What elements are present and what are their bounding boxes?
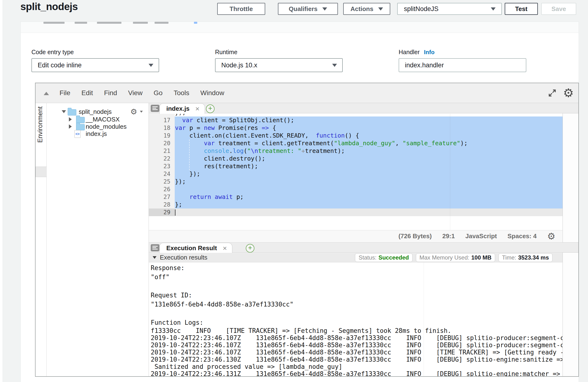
function-log-line: 2019-10-24T22:23:46.107Z 131e865f-6eb4-4… [151, 334, 563, 342]
tree-item-index-js[interactable]: <>index.js [47, 130, 148, 137]
code-line-24[interactable]: 24 }); [149, 170, 563, 178]
tree-item-split-nodejs[interactable]: split_nodejs⚙ [47, 108, 148, 115]
code-line-clipped[interactable]: }); [149, 114, 563, 116]
tree-item--macosx[interactable]: __MACOSX [47, 115, 148, 123]
function-log-line: Sanitized and processed value => [lambda… [151, 363, 563, 370]
menu-item-tools[interactable]: Tools [173, 89, 189, 97]
tree-expand-icon[interactable] [69, 124, 72, 129]
handler-label-row: HandlerInfo [399, 49, 435, 56]
chevron-down-icon [491, 7, 496, 11]
tree-settings-gear-icon[interactable]: ⚙ [130, 108, 137, 115]
code-line-25[interactable]: 25}); [149, 178, 563, 186]
actions-dropdown-button[interactable]: Actions [343, 3, 390, 15]
tab-index-js[interactable]: index.js × [159, 103, 205, 114]
close-icon[interactable]: × [223, 245, 227, 252]
actions-button-label: Actions [350, 5, 373, 13]
handler-input[interactable]: index.handler [399, 58, 526, 72]
qualifiers-dropdown-button[interactable]: Qualifiers [278, 3, 338, 15]
code-editor-area[interactable]: });17 var client = SplitObj.client();18v… [149, 114, 563, 230]
environment-sidebar-tab[interactable]: Environment [36, 103, 46, 376]
code-line-18[interactable]: 18var p = new Promise(res => { [149, 124, 563, 132]
code-line-23[interactable]: 23 res(treatment); [149, 162, 563, 170]
result-output-line: Response: [151, 263, 563, 272]
line-number: 19 [149, 132, 175, 139]
code-line-27[interactable]: 27 return await p; [149, 193, 563, 201]
chevron-down-icon [322, 7, 327, 11]
menu-item-file[interactable]: File [60, 89, 70, 97]
tree-item-label: node_modules [86, 123, 127, 130]
tab-execution-result[interactable]: Execution Result × [159, 243, 232, 253]
folder-icon [76, 124, 85, 130]
code-line-29[interactable]: 29 [149, 209, 563, 216]
function-log-line: 2019-10-24T22:23:46.131Z 131e865f-6eb4-4… [151, 370, 563, 376]
disclosure-triangle-icon[interactable] [153, 256, 156, 259]
menu-item-edit[interactable]: Edit [81, 89, 93, 97]
close-icon[interactable]: × [195, 105, 200, 112]
throttle-button[interactable]: Throttle [217, 3, 265, 15]
tree-collapse-icon[interactable] [62, 110, 66, 113]
code-line-20[interactable]: 20 var treatment = client.getTreatment("… [149, 139, 563, 147]
status-bar-gear-icon[interactable]: ⚙ [547, 231, 555, 242]
line-number: 20 [149, 139, 175, 147]
menu-item-view[interactable]: View [128, 89, 143, 97]
menu-item-window[interactable]: Window [200, 89, 224, 97]
code-entry-type-select[interactable]: Edit code inline [31, 58, 159, 72]
code-line-content: client.destroy(); [175, 155, 563, 162]
tree-expand-icon[interactable] [69, 117, 72, 121]
page-title: split_nodejs [21, 1, 78, 12]
code-line-26[interactable]: 26 [149, 186, 563, 193]
line-number: 29 [149, 209, 175, 216]
handler-value: index.handler [405, 62, 444, 69]
line-number: 26 [149, 186, 175, 193]
code-line-19[interactable]: 19 client.on(client.Event.SDK_READY, fun… [149, 132, 563, 139]
code-line-21[interactable]: 21 console.log("\ntreatment: "+treatment… [149, 147, 563, 155]
test-button-label: Test [515, 5, 527, 13]
editor-status-bar: (726 Bytes)29:1JavaScriptSpaces: 4⚙ [149, 230, 563, 242]
tab-list-icon[interactable] [151, 244, 159, 251]
print-margin-line [424, 262, 424, 376]
tree-item-label: index.js [86, 130, 107, 137]
line-number: 21 [149, 147, 175, 155]
status-badge: Status:Succeeded [355, 253, 412, 262]
save-button-disabled[interactable]: Save [541, 3, 576, 15]
new-tab-plus-icon[interactable]: + [246, 244, 254, 253]
line-number: 24 [149, 170, 175, 178]
chevron-down-icon [332, 64, 337, 67]
fullscreen-expand-icon[interactable] [548, 88, 557, 97]
execution-results-output[interactable]: Response:"off"Request ID:"131e865f-6eb4-… [149, 262, 563, 376]
tree-item-node-modules[interactable]: node_modules [47, 123, 148, 130]
chevron-down-icon [378, 7, 383, 11]
language-mode[interactable]: JavaScript [465, 232, 497, 240]
runtime-select[interactable]: Node.js 10.x [215, 58, 343, 72]
editor-settings-gear-icon[interactable]: ⚙ [563, 85, 574, 101]
cursor-position[interactable]: 29:1 [442, 232, 455, 240]
menu-item-find[interactable]: Find [104, 89, 117, 97]
code-entry-type-label: Code entry type [31, 49, 74, 56]
result-output-line: Request ID: [151, 291, 563, 300]
bytes-count[interactable]: (726 Bytes) [399, 232, 432, 240]
file-tree-panel: split_nodejs⚙__MACOSXnode_modules<>index… [47, 103, 149, 376]
tab-list-icon[interactable] [151, 105, 159, 112]
code-line-17[interactable]: 17 var client = SplitObj.client(); [149, 116, 563, 124]
qualifiers-button-label: Qualifiers [289, 5, 317, 13]
result-output-line: Function Logs: [151, 318, 563, 327]
code-line-content: res(treatment); [175, 162, 563, 170]
code-line-22[interactable]: 22 client.destroy(); [149, 155, 563, 162]
code-line-28[interactable]: 28}; [149, 201, 563, 209]
code-lines: });17 var client = SplitObj.client();18v… [149, 114, 563, 216]
result-output-line [151, 309, 563, 318]
collapse-menubar-icon[interactable] [44, 92, 49, 95]
line-number: 17 [149, 116, 175, 124]
line-number: 25 [149, 178, 175, 186]
test-button[interactable]: Test [505, 3, 538, 15]
cloud9-editor: FileEditFindViewGoToolsWindow ⚙ Environm… [35, 83, 579, 377]
line-number [149, 114, 175, 116]
new-tab-plus-icon[interactable]: + [206, 104, 214, 113]
handler-info-link[interactable]: Info [424, 49, 435, 55]
alias-select[interactable]: splitNodeJS [397, 3, 502, 15]
menu-item-go[interactable]: Go [154, 89, 163, 97]
chevron-down-icon [148, 64, 153, 67]
indent-setting[interactable]: Spaces: 4 [508, 232, 537, 240]
code-line-content: console.log("\ntreatment: "+treatment); [175, 147, 563, 155]
line-number: 27 [149, 193, 175, 201]
